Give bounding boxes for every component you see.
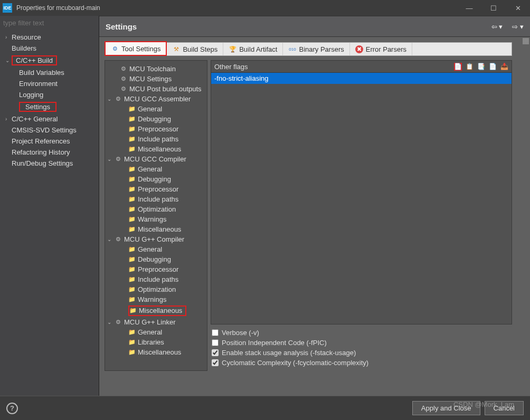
checkbox[interactable] bbox=[212, 349, 219, 356]
tab-build-steps[interactable]: ⚒ Build Steps bbox=[167, 43, 223, 55]
nav-item[interactable]: CMSIS-SVD Settings bbox=[3, 125, 99, 136]
tool-tree-label: Warnings bbox=[138, 295, 166, 303]
vertical-scrollbar[interactable] bbox=[523, 37, 529, 396]
nav-item[interactable]: ›Resource bbox=[3, 32, 99, 43]
apply-and-close-button[interactable]: Apply and Close bbox=[412, 401, 480, 415]
folder-icon: 📁 bbox=[128, 339, 136, 346]
tool-tree-item[interactable]: 📁Preprocessor bbox=[106, 264, 206, 274]
tool-tree-item[interactable]: 📁Warnings bbox=[106, 214, 206, 224]
option-checkbox-row[interactable]: Position Independent Code (-fPIC) bbox=[212, 338, 511, 348]
tabs-bar: ⚙ Tool Settings ⚒ Build Steps 🏆 Build Ar… bbox=[105, 42, 512, 56]
tab-error-parsers[interactable]: ✖ Error Parsers bbox=[350, 43, 412, 55]
tool-tree-item[interactable]: 📁Debugging bbox=[106, 254, 206, 264]
tool-tree-item[interactable]: 📁Include paths bbox=[106, 274, 206, 284]
nav-item-label: CMSIS-SVD Settings bbox=[12, 126, 77, 134]
filter-input[interactable] bbox=[0, 16, 99, 30]
binary-parsers-icon: 010 bbox=[288, 45, 296, 53]
nav-subitem[interactable]: Environment bbox=[3, 78, 99, 89]
maximize-button[interactable]: ☐ bbox=[481, 0, 506, 16]
nav-item[interactable]: Builders bbox=[3, 43, 99, 54]
tool-tree-item[interactable]: ⚙MCU Toolchain bbox=[106, 64, 206, 74]
tool-tree-item[interactable]: 📁General bbox=[106, 104, 206, 114]
option-checkbox-row[interactable]: Enable stack usage analysis (-fstack-usa… bbox=[212, 348, 511, 358]
close-button[interactable]: ✕ bbox=[506, 0, 530, 16]
tab-build-artifact[interactable]: 🏆 Build Artifact bbox=[223, 43, 283, 55]
settings-header: Settings ⇦ ▾ ⇨ ▾ bbox=[99, 16, 530, 37]
flag-item[interactable]: -fno-strict-aliasing bbox=[211, 73, 512, 84]
folder-icon: 📁 bbox=[128, 246, 136, 253]
tool-tree-item[interactable]: 📁Miscellaneous bbox=[106, 347, 206, 357]
tab-binary-parsers[interactable]: 010 Binary Parsers bbox=[283, 43, 349, 55]
option-checkbox-row[interactable]: Verbose (-v) bbox=[212, 328, 511, 338]
nav-item[interactable]: Run/Debug Settings bbox=[3, 158, 99, 169]
tool-tree-item[interactable]: ⌄⚙MCU GCC Assembler bbox=[106, 94, 206, 104]
left-panel: ›ResourceBuilders⌄C/C++ BuildBuild Varia… bbox=[0, 16, 99, 396]
tool-tree-item[interactable]: ⌄⚙MCU GCC Compiler bbox=[106, 154, 206, 164]
forward-arrow-icon[interactable]: ⇨ ▾ bbox=[512, 23, 524, 31]
checkbox-label: Cyclomatic Complexity (-fcyclomatic-comp… bbox=[222, 359, 368, 367]
minimize-button[interactable]: — bbox=[457, 0, 481, 16]
gear-icon: ⚙ bbox=[115, 96, 122, 102]
titlebar: IDE Properties for mcuboard-main — ☐ ✕ bbox=[0, 0, 530, 16]
nav-subitem[interactable]: Logging bbox=[3, 89, 99, 100]
gear-icon: ⚙ bbox=[120, 85, 127, 92]
tool-tree-item[interactable]: 📁Debugging bbox=[106, 114, 206, 124]
tool-tree-item[interactable]: 📁Miscellaneous bbox=[106, 144, 206, 154]
help-button[interactable]: ? bbox=[6, 403, 18, 414]
tool-tree-item[interactable]: 📁General bbox=[106, 244, 206, 254]
error-parsers-icon: ✖ bbox=[355, 45, 363, 53]
nav-item[interactable]: ⌄C/C++ Build bbox=[3, 54, 99, 67]
tool-tree-item[interactable]: 📁Debugging bbox=[106, 174, 206, 184]
nav-item[interactable]: Project References bbox=[3, 136, 99, 147]
tool-tree-item[interactable]: ⌄⚙MCU G++ Linker bbox=[106, 317, 206, 327]
tool-tree-item[interactable]: ⚙MCU Post build outputs bbox=[106, 84, 206, 94]
tool-tree-item[interactable]: 📁Warnings bbox=[106, 294, 206, 304]
build-steps-icon: ⚒ bbox=[172, 45, 180, 53]
other-flags-list[interactable]: -fno-strict-aliasing bbox=[211, 73, 512, 324]
back-arrow-icon[interactable]: ⇦ ▾ bbox=[491, 23, 503, 31]
tool-tree-item[interactable]: 📁Preprocessor bbox=[106, 184, 206, 194]
tool-tree-item[interactable]: 📁Optimization bbox=[106, 204, 206, 214]
option-checkbox-row[interactable]: Cyclomatic Complexity (-fcyclomatic-comp… bbox=[212, 358, 511, 368]
tool-tree-item[interactable]: ⚙MCU Settings bbox=[106, 74, 206, 84]
tool-tree-item[interactable]: 📁Optimization bbox=[106, 284, 206, 294]
tool-tree-item[interactable]: ⌄⚙MCU G++ Compiler bbox=[106, 234, 206, 244]
gear-icon: ⚙ bbox=[115, 319, 122, 326]
nav-item[interactable]: Refactoring History bbox=[3, 147, 99, 158]
nav-item-label: Builders bbox=[12, 44, 36, 52]
tool-tree-label: MCU Post build outputs bbox=[129, 85, 202, 93]
checkbox[interactable] bbox=[212, 329, 219, 336]
checkbox[interactable] bbox=[212, 359, 219, 366]
tool-tree-item[interactable]: 📁Libraries bbox=[106, 337, 206, 347]
move-up-icon[interactable]: 📄 bbox=[489, 63, 497, 71]
nav-item-label: Run/Debug Settings bbox=[12, 159, 73, 167]
folder-icon: 📁 bbox=[128, 266, 136, 273]
tool-tree-item[interactable]: 📁Miscellaneous bbox=[106, 224, 206, 234]
tool-tree-item[interactable]: 📁Include paths bbox=[106, 134, 206, 144]
other-flags-label: Other flags bbox=[214, 63, 248, 71]
tool-tree-label: General bbox=[138, 328, 162, 336]
tool-tree-item[interactable]: 📁General bbox=[106, 164, 206, 174]
tool-tree-label: Miscellaneous bbox=[139, 307, 182, 314]
tool-tree-item[interactable]: 📁Preprocessor bbox=[106, 124, 206, 134]
tool-tree-item[interactable]: 📁General bbox=[106, 327, 206, 337]
cancel-button[interactable]: Cancel bbox=[485, 401, 524, 415]
remove-flag-icon[interactable]: 📋 bbox=[466, 63, 474, 71]
gear-icon: ⚙ bbox=[115, 156, 122, 163]
checkbox[interactable] bbox=[212, 339, 219, 346]
tab-label: Build Steps bbox=[183, 45, 217, 53]
tool-tree-label: Debugging bbox=[138, 255, 171, 263]
add-flag-icon[interactable]: 📄 bbox=[454, 63, 462, 71]
tool-tree-item[interactable]: 📁Include paths bbox=[106, 194, 206, 204]
nav-item[interactable]: ›C/C++ General bbox=[3, 113, 99, 125]
nav-subitem[interactable]: Build Variables bbox=[3, 67, 99, 78]
move-down-icon[interactable]: 📥 bbox=[500, 63, 508, 71]
tool-tree-item[interactable]: 📁Miscellaneous bbox=[106, 304, 206, 317]
folder-icon: 📁 bbox=[128, 349, 136, 356]
folder-icon: 📁 bbox=[128, 206, 136, 213]
nav-subitem[interactable]: Settings bbox=[3, 100, 99, 113]
tab-tool-settings[interactable]: ⚙ Tool Settings bbox=[105, 41, 167, 56]
tool-tree-label: Miscellaneous bbox=[138, 348, 181, 356]
expand-arrow-icon: ⌄ bbox=[107, 96, 112, 102]
edit-flag-icon[interactable]: 📑 bbox=[477, 63, 485, 71]
